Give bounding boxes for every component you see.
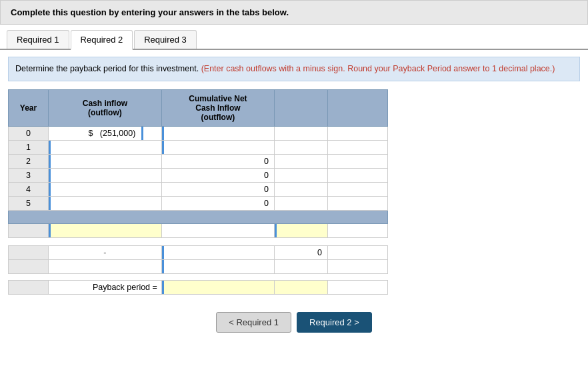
- col-header-year: Year: [9, 89, 49, 126]
- extra-cell-0b: [328, 126, 388, 141]
- cash-input-4[interactable]: [49, 183, 161, 196]
- payback-input[interactable]: [162, 281, 274, 294]
- extra-cell-0a: [275, 126, 328, 141]
- cash-input-2[interactable]: [49, 155, 161, 168]
- tab-required1[interactable]: Required 1: [7, 30, 69, 49]
- col-header-5: [328, 89, 388, 126]
- next-button[interactable]: Required 2 >: [297, 312, 372, 333]
- year-cell: 3: [9, 169, 49, 183]
- yellow-right-1[interactable]: [275, 224, 328, 238]
- cumulative-cell-2: 0: [161, 155, 274, 169]
- table-row: 2 0: [9, 155, 388, 169]
- content-area: Determine the payback period for this in…: [0, 50, 588, 301]
- payback-table: Year Cash inflow(outflow) Cumulative Net…: [8, 89, 388, 295]
- spacer-row-2: [9, 274, 388, 281]
- tabs-bar: Required 1 Required 2 Required 3: [0, 25, 588, 50]
- cumulative-cell-0[interactable]: [161, 126, 274, 141]
- cash-cell-2[interactable]: [49, 155, 162, 169]
- table-row: 3 0: [9, 169, 388, 183]
- extra-cell-3a: [275, 169, 328, 183]
- cash-input-3[interactable]: [49, 169, 161, 182]
- extra-cell-3b: [328, 169, 388, 183]
- top-instruction: Complete this question by entering your …: [0, 0, 588, 25]
- cash-input-0[interactable]: [141, 127, 161, 140]
- cumulative-cell-1[interactable]: [161, 141, 274, 155]
- payback-label: Payback period =: [49, 281, 162, 295]
- dash-cell: -: [49, 246, 162, 260]
- year-cell: 0: [9, 126, 49, 141]
- payback-row: Payback period =: [9, 281, 388, 295]
- payback-extra: [328, 281, 388, 295]
- table-row: 5 0: [9, 197, 388, 211]
- dash-input-cell[interactable]: [161, 246, 274, 260]
- dash-input[interactable]: [162, 246, 274, 259]
- cash-cell-0[interactable]: $ (251,000): [49, 126, 162, 141]
- yellow-year-1: [9, 224, 49, 238]
- yellow-input-1[interactable]: [49, 224, 161, 237]
- below-dash-input-cell[interactable]: [161, 260, 274, 274]
- below-dash-input[interactable]: [162, 260, 274, 273]
- extra-cell-5b: [328, 197, 388, 211]
- extra-cell-1a: [275, 141, 328, 155]
- table-row: 1: [9, 141, 388, 155]
- extra-cell-2a: [275, 155, 328, 169]
- cash-cell-5[interactable]: [49, 197, 162, 211]
- prev-button[interactable]: < Required 1: [216, 312, 291, 333]
- col-header-cash: Cash inflow(outflow): [49, 89, 162, 126]
- cumulative-cell-5: 0: [161, 197, 274, 211]
- cumulative-cell-3: 0: [161, 169, 274, 183]
- tab-required3[interactable]: Required 3: [134, 30, 197, 49]
- cash-cell-1[interactable]: [49, 141, 162, 155]
- tab-required2[interactable]: Required 2: [71, 30, 133, 50]
- below-dash-extra-b: [328, 260, 388, 274]
- year-cell: 4: [9, 183, 49, 197]
- col-header-4: [275, 89, 328, 126]
- yellow-right-input-1[interactable]: [275, 224, 327, 237]
- yellow-row-1: [9, 224, 388, 238]
- year-cell: 1: [9, 141, 49, 155]
- cash-cell-3[interactable]: [49, 169, 162, 183]
- extra-cell-4a: [275, 183, 328, 197]
- sub-instruction: Determine the payback period for this in…: [8, 57, 580, 81]
- cumulative-cell-4: 0: [161, 183, 274, 197]
- below-dash-cell: [49, 260, 162, 274]
- extra-cell-5a: [275, 197, 328, 211]
- extra-cell-4b: [328, 183, 388, 197]
- cash-input-5[interactable]: [49, 197, 161, 210]
- year-cell: 5: [9, 197, 49, 211]
- spacer-row: [9, 238, 388, 246]
- below-dash-row: [9, 260, 388, 274]
- payback-right: [275, 281, 328, 295]
- cumulative-input-0[interactable]: [162, 127, 274, 140]
- dash-year: [9, 246, 49, 260]
- col-header-cumulative: Cumulative NetCash Inflow(outflow): [161, 89, 274, 126]
- payback-year: [9, 281, 49, 295]
- footer-nav: < Required 1 Required 2 >: [0, 304, 588, 341]
- below-dash-extra-a: [275, 260, 328, 274]
- table-row: 4 0: [9, 183, 388, 197]
- below-dash-year: [9, 260, 49, 274]
- yellow-extra-1: [328, 224, 388, 238]
- dash-extra: [328, 246, 388, 260]
- cumulative-input-1[interactable]: [162, 141, 274, 154]
- extra-cell-1b: [328, 141, 388, 155]
- year-cell: 2: [9, 155, 49, 169]
- cash-cell-4[interactable]: [49, 183, 162, 197]
- payback-input-cell[interactable]: [161, 281, 274, 295]
- dash-row: - 0: [9, 246, 388, 260]
- table-row: 0 $ (251,000): [9, 126, 388, 141]
- cash-input-1[interactable]: [49, 141, 161, 154]
- dash-value: 0: [275, 246, 328, 260]
- blue-spacer-row: [9, 211, 388, 224]
- yellow-cumulative-1: [161, 224, 274, 238]
- extra-cell-2b: [328, 155, 388, 169]
- yellow-cash-1[interactable]: [49, 224, 162, 238]
